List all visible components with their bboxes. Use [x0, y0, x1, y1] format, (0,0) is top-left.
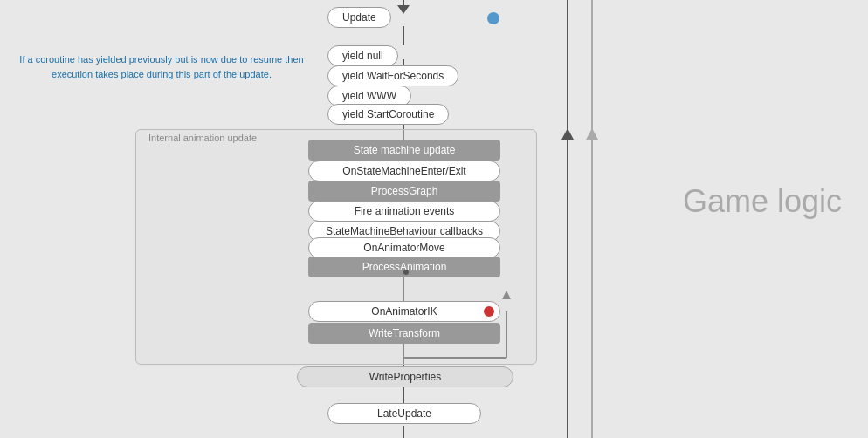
late-update-node: LateUpdate — [327, 403, 481, 424]
yield-null-node: yield null — [327, 45, 398, 66]
write-properties-label: WriteProperties — [297, 366, 513, 387]
fire-animation-events-label: Fire animation events — [308, 201, 500, 222]
write-transform-node: WriteTransform — [308, 323, 500, 344]
on-animator-ik-label: OnAnimatorIK — [308, 301, 500, 322]
yield-null-label: yield null — [327, 45, 398, 66]
info-text: If a coroutine has yielded previously bu… — [17, 52, 306, 81]
update-label: Update — [327, 7, 391, 28]
process-animation-dot — [403, 270, 409, 275]
on-animator-move-label: OnAnimatorMove — [308, 237, 500, 258]
on-state-machine-label: OnStateMachineEnter/Exit — [308, 161, 500, 181]
update-dot — [487, 12, 499, 24]
main-container: If a coroutine has yielded previously bu… — [0, 0, 868, 438]
on-animator-move-node: OnAnimatorMove — [308, 237, 500, 258]
write-properties-node: WriteProperties — [297, 366, 513, 387]
state-machine-update-node: State machine update — [308, 140, 500, 161]
svg-marker-24 — [586, 128, 598, 140]
process-graph-label: ProcessGraph — [308, 181, 500, 202]
yield-waitforseconds-node: yield WaitForSeconds — [327, 65, 458, 86]
update-node: Update — [327, 7, 391, 28]
fire-animation-events-node: Fire animation events — [308, 201, 500, 222]
svg-marker-1 — [397, 5, 410, 14]
on-animator-ik-node: OnAnimatorIK — [308, 301, 500, 322]
on-animator-ik-dot — [484, 306, 494, 317]
on-state-machine-node: OnStateMachineEnter/Exit — [308, 161, 500, 181]
write-transform-label: WriteTransform — [308, 323, 500, 344]
state-machine-update-label: State machine update — [308, 140, 500, 161]
late-update-label: LateUpdate — [327, 403, 481, 424]
yield-waitforseconds-label: yield WaitForSeconds — [327, 65, 458, 86]
svg-marker-23 — [561, 128, 574, 140]
yield-startcoroutine-label: yield StartCoroutine — [327, 104, 449, 125]
internal-animation-label: Internal animation update — [148, 133, 257, 143]
yield-startcoroutine-node: yield StartCoroutine — [327, 104, 449, 125]
process-graph-node: ProcessGraph — [308, 181, 500, 202]
game-logic-label: Game logic — [683, 183, 842, 220]
